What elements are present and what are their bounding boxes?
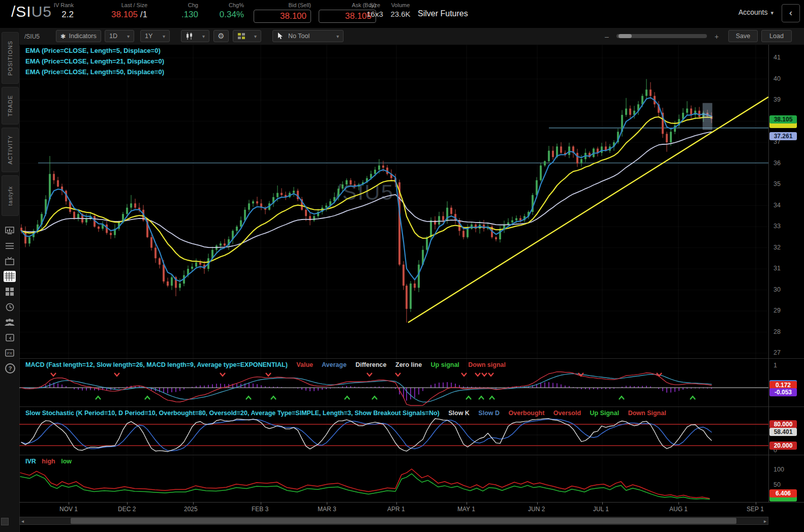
ema21-label[interactable]: EMA (Price=CLOSE, Length=21, Displace=0) [25,57,164,65]
zoom-out-button[interactable]: – [605,33,609,41]
price-tick: 40 [774,75,781,82]
size-field: Size 16x3 [363,2,386,19]
bid-field[interactable]: Bid (Sell) 38.100 [253,2,311,23]
chart-settings-button[interactable]: ⚙ [213,30,229,42]
gear-icon: ⚙ [218,32,224,41]
price-tick: 32 [774,244,781,251]
date-label: APR 1 [387,506,405,513]
last-size-field: Last / Size 38.105 /1 [81,2,147,20]
price-tick: 34 [774,202,781,209]
date-label: MAY 1 [457,506,475,513]
price-chart[interactable] [19,45,768,358]
stoch-overbought-bubble: 80.000 [769,420,797,428]
chevron-down-icon: ▾ [202,34,205,39]
chg-pct-field: Chg% 0.34% [208,2,244,20]
chevron-down-icon: ▾ [336,34,339,39]
toolbar-symbol-label: /SIU5 [24,33,40,40]
zoom-slider-handle[interactable] [619,34,632,38]
apps-grid-icon[interactable] [4,286,16,297]
date-tick [327,502,327,505]
scroll-right-icon[interactable]: ▸ [764,518,766,524]
stoch-legend: Slow Stochastic (K Period=10, D Period=1… [25,410,673,417]
tv-icon[interactable] [4,256,16,267]
stoch-current-bubble: 58.401 [769,428,797,436]
ema50-label[interactable]: EMA (Price=CLOSE, Length=50, Displace=0) [25,68,164,76]
date-tick [69,502,69,505]
chevron-down-icon: ▾ [770,10,774,16]
macd-title[interactable]: MACD (Fast length=12, Slow length=26, MA… [25,361,288,368]
price-tick: 33 [774,223,781,230]
date-tick [127,502,128,505]
collapse-panel-button[interactable]: ‹ [782,4,800,22]
chart-type-dropdown[interactable]: ▾ [181,30,209,42]
ivr-tick: 100 [774,466,784,473]
line-price-bubble: 37.261 [769,132,797,140]
date-label: SEP 1 [747,506,764,513]
sidebar-tab-positions[interactable]: POSITIONS [2,32,19,84]
date-tick [678,502,679,505]
chevron-down-icon: ▾ [254,34,257,39]
date-label: NOV 1 [59,506,78,513]
date-label: FEB 3 [252,506,268,513]
svg-text:FX: FX [7,351,13,356]
range-dropdown[interactable]: 1Y▾ [140,30,170,42]
watchlist-icon[interactable] [4,240,16,252]
load-button[interactable]: Load [761,30,792,42]
chart-scrollbar[interactable]: ◂ ▸ [19,517,768,525]
cursor-icon [277,33,283,40]
price-tick: 36 [774,160,781,167]
indicators-icon: ✱ [60,33,66,40]
ivr-title[interactable]: IVR [25,458,36,465]
date-tick [193,502,194,505]
ema5-label[interactable]: EMA (Price=CLOSE, Length=5, Displace=0) [25,47,164,54]
price-tick: 35 [774,180,781,187]
chevron-left-icon: ‹ [789,8,792,18]
left-sidebar: POSITIONS TRADE ACTIVITY tastyfx FX ? [0,28,20,532]
layout-grid-dropdown[interactable]: ▾ [233,30,261,42]
calendar-replay-icon[interactable] [4,332,16,343]
zoom-in-button[interactable]: + [715,33,719,41]
date-tick [537,502,538,505]
macd-legend: MACD (Fast length=12, Slow length=26, MA… [25,361,513,368]
timeframe-dropdown[interactable]: 1D▾ [105,30,134,42]
price-tick: 30 [774,286,781,293]
chart-icon-active[interactable] [4,271,16,282]
drawing-tool-dropdown[interactable]: No Tool ▾ [272,30,344,42]
sidebar-tab-trade[interactable]: TRADE [2,87,19,124]
ivr-value-bubble: 6.406 [769,489,797,497]
quote-board-icon[interactable] [4,225,16,236]
follow-traders-icon[interactable] [4,317,16,328]
help-icon[interactable]: ? [5,363,15,373]
date-tick [756,502,756,505]
stoch-title[interactable]: Slow Stochastic (K Period=10, D Period=1… [25,410,440,417]
date-tick [467,502,467,505]
fx-icon[interactable]: FX [4,347,16,358]
ema-legend: EMA (Price=CLOSE, Length=5, Displace=0) … [25,47,164,79]
save-button[interactable]: Save [728,30,758,42]
stoch-oversold-bubble: 20.000 [769,442,797,450]
sidebar-tab-tastyfx[interactable]: tastyfx [2,175,19,216]
macd-diff-bubble: -0.053 [769,388,797,396]
scroll-left-icon[interactable]: ◂ [21,518,24,524]
date-tick [602,502,603,505]
quote-header: /SIU5 IV Rank 2.2 Last / Size 38.105 /1 … [0,0,804,28]
scrollbar-thumb[interactable] [71,518,736,524]
scroll-corner [1,518,9,525]
price-tick: 31 [774,265,781,272]
date-label: DEC 2 [118,506,136,513]
ivr-panel[interactable] [19,455,768,502]
date-tick [261,502,261,505]
ivr-legend: IVR high low [25,458,79,465]
last-price-bubble: 38.105 [769,115,797,123]
zoom-slider[interactable] [616,34,707,38]
bid-button[interactable]: 38.100 [254,10,311,23]
indicators-button[interactable]: ✱ Indicators [56,30,101,42]
accounts-menu[interactable]: Accounts▾ [738,8,774,16]
price-tick: 39 [774,96,781,103]
volume-field: Volume 23.6K [387,2,414,19]
candlestick-icon [185,33,194,40]
date-tick [396,502,397,505]
sidebar-tab-activity[interactable]: ACTIVITY [2,128,19,172]
date-label: MAR 3 [318,506,336,513]
history-clock-icon[interactable] [4,301,16,312]
